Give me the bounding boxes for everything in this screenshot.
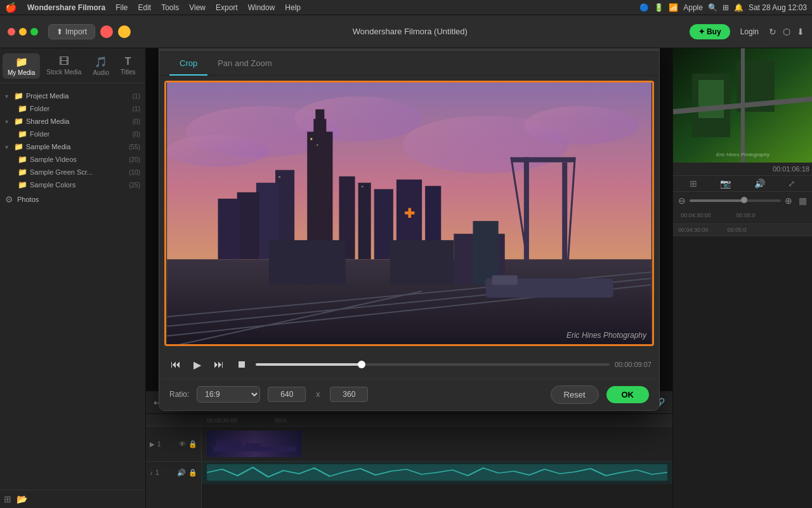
width-input[interactable]	[268, 387, 306, 402]
svg-rect-12	[218, 198, 240, 258]
refresh-icon[interactable]: ↻	[769, 27, 776, 37]
control-center-icon[interactable]: ⊞	[723, 3, 729, 12]
svg-rect-11	[237, 192, 259, 259]
volume-icon[interactable]: 🔊	[177, 469, 186, 477]
clip-thumbnail	[207, 431, 302, 457]
apple-menu[interactable]: 🍎	[5, 2, 17, 13]
video-clip[interactable]	[207, 431, 302, 457]
tree-item-sample-colors[interactable]: 📁 Sample Colors (25)	[0, 178, 145, 191]
tab-pan-zoom[interactable]: Pan and Zoom	[207, 52, 282, 76]
tab-audio[interactable]: 🎵 Audio	[88, 53, 114, 79]
wifi-icon: 📶	[669, 3, 678, 12]
help-menu[interactable]: Help	[285, 3, 301, 12]
download-icon[interactable]: ⬇	[797, 27, 804, 37]
expand-icon: ▾	[5, 93, 11, 100]
folder-icon: 📁	[18, 155, 27, 164]
close-button[interactable]	[8, 28, 15, 36]
add-media-icon[interactable]: ⊞	[4, 494, 11, 504]
tab-stock-media[interactable]: 🎞 Stock Media	[41, 53, 86, 79]
progress-filled	[256, 363, 362, 366]
svg-rect-8	[315, 109, 324, 122]
tree-item-project-folder[interactable]: 📁 Folder (1)	[0, 102, 145, 115]
lock-icon[interactable]: 🔒	[188, 469, 197, 477]
svg-rect-42	[245, 443, 261, 451]
video-track-label: 1	[157, 441, 161, 448]
audio-track	[202, 462, 672, 484]
tab-my-media[interactable]: 📁 My Media	[3, 53, 40, 79]
main-content: 📁 My Media 🎞 Stock Media 🎵 Audio T Title…	[0, 48, 812, 508]
progress-thumb[interactable]	[358, 361, 365, 368]
height-input[interactable]	[330, 387, 368, 402]
playback-progress-bar[interactable]	[256, 363, 610, 366]
folder-add-icon[interactable]: 📂	[16, 494, 27, 504]
tree-item-shared-media[interactable]: ▾ 📁 Shared Media (0)	[0, 115, 145, 128]
crop-dialog-overlay: Crop and Zoom ? Crop Pan and Zoom	[146, 48, 672, 391]
lock-icon[interactable]: 🔒	[188, 440, 197, 448]
export-menu[interactable]: Export	[216, 3, 238, 12]
search-icon[interactable]: 🔍	[708, 3, 717, 12]
video-track	[202, 427, 672, 462]
ok-button[interactable]: OK	[606, 386, 650, 403]
ratio-select[interactable]: 16:9 4:3 1:1 9:16 Custom	[197, 386, 260, 403]
tab-titles[interactable]: T Titles	[115, 53, 141, 79]
photos-item[interactable]: ⚙ Photos	[0, 191, 145, 208]
menu-bar: 🍎 Wondershare Filmora File Edit Tools Vi…	[0, 0, 812, 15]
tree-item-shared-folder[interactable]: 📁 Folder (0)	[0, 128, 145, 140]
folder-icon: 📁	[14, 117, 23, 126]
tree-item-sample-media[interactable]: ▾ 📁 Sample Media (55)	[0, 140, 145, 153]
eye-icon[interactable]: 👁	[179, 440, 186, 448]
tools-menu[interactable]: Tools	[161, 3, 179, 12]
rp-snapshot-icon[interactable]: 📷	[720, 178, 731, 189]
zoom-layout-icon[interactable]: ▦	[799, 196, 807, 206]
import-button[interactable]: ⬆ Import	[48, 24, 95, 39]
share-icon[interactable]: ⬡	[783, 27, 790, 37]
timecode-1: 00:00:30:00	[207, 417, 237, 424]
main-toolbar: ⬆ Import Wondershare Filmora (Untitled) …	[0, 15, 812, 48]
maximize-button[interactable]	[30, 28, 38, 36]
svg-rect-31	[269, 240, 346, 284]
buy-button[interactable]: ✦ Buy	[690, 24, 730, 39]
app-name-menu[interactable]: Wondershare Filmora	[27, 3, 105, 12]
svg-rect-41	[232, 442, 242, 451]
rp-timecodes: 00:04:30:00 00:05:0	[673, 210, 812, 221]
tree-item-sample-green[interactable]: 📁 Sample Green Scr... (10)	[0, 166, 145, 178]
battery-icon: 🔋	[654, 3, 664, 12]
stop-button[interactable]: ⏹	[233, 356, 251, 373]
tree-item-sample-videos[interactable]: 📁 Sample Videos (20)	[0, 153, 145, 166]
next-frame-button[interactable]: ⏭	[210, 356, 228, 373]
rp-fit-icon[interactable]: ⊞	[690, 178, 697, 189]
edit-menu[interactable]: Edit	[138, 3, 151, 12]
audio-track-label: 1	[155, 469, 159, 476]
toolbar-icons: ↻ ⬡ ⬇	[769, 27, 804, 37]
zoom-thumb[interactable]	[741, 197, 747, 203]
rp-track-area	[673, 236, 812, 508]
view-menu[interactable]: View	[189, 3, 206, 12]
login-button[interactable]: Login	[740, 27, 759, 36]
tree-item-project-media[interactable]: ▾ 📁 Project Media (1)	[0, 90, 145, 102]
svg-rect-14	[358, 182, 371, 259]
prev-frame-button[interactable]: ⏮	[167, 356, 185, 373]
file-menu[interactable]: File	[115, 3, 128, 12]
zoom-in-button[interactable]: ⊕	[785, 196, 792, 206]
rp-fullscreen-icon[interactable]: ⤢	[788, 178, 796, 189]
video-track-header: ▶ 1 👁 🔒	[146, 427, 201, 462]
center-main: Crop and Zoom ? Crop Pan and Zoom	[146, 48, 672, 508]
notification-icon[interactable]: 🔔	[734, 3, 743, 12]
window-menu[interactable]: Window	[248, 3, 275, 12]
import-icon: ⬆	[56, 27, 63, 36]
folder-icon: 📁	[18, 180, 27, 189]
menu-bar-right: 🔵 🔋 📶 Apple 🔍 ⊞ 🔔 Sat 28 Aug 12:03	[639, 3, 807, 12]
minimize-button[interactable]	[19, 28, 27, 36]
rp-volume-icon[interactable]: 🔊	[754, 178, 765, 189]
dialog-footer: Ratio: 16:9 4:3 1:1 9:16 Custom x	[159, 378, 659, 410]
window-title: Wondershare Filmora (Untitled)	[136, 27, 684, 36]
audio-track-icon: ♪	[150, 469, 153, 476]
tab-crop[interactable]: Crop	[169, 52, 207, 76]
sidebar-divider	[0, 83, 145, 83]
reset-button[interactable]: Reset	[551, 385, 599, 404]
zoom-out-button[interactable]: ⊖	[678, 196, 686, 206]
play-button[interactable]: ▶	[190, 356, 205, 373]
app-layout: ⬆ Import Wondershare Filmora (Untitled) …	[0, 15, 812, 508]
zoom-track[interactable]	[690, 199, 781, 202]
audio-waveform	[207, 464, 667, 481]
